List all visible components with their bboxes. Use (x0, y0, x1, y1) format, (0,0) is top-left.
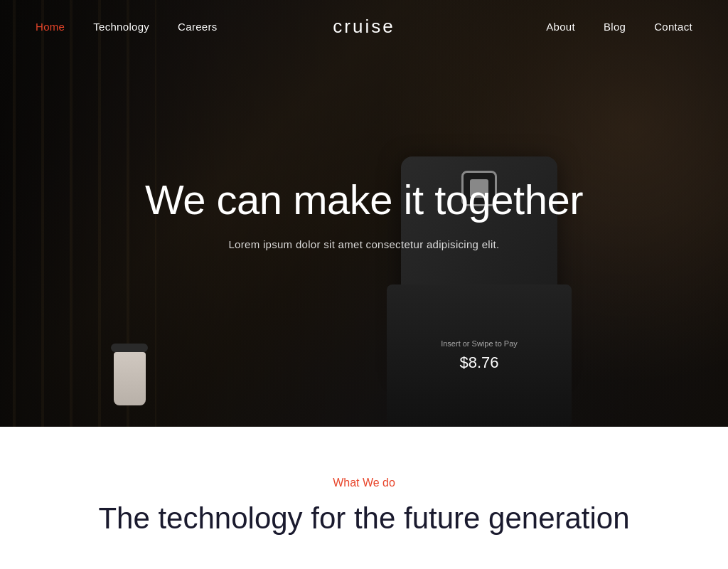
nav-link-home[interactable]: Home (36, 21, 65, 33)
coffee-cup-lid (111, 344, 148, 352)
nav-right-links: About Blog Contact (546, 21, 692, 33)
nav-link-contact[interactable]: Contact (654, 21, 692, 33)
nav-link-careers[interactable]: Careers (178, 21, 217, 33)
section-title: The technology for the future generation (98, 501, 629, 536)
nav-link-technology[interactable]: Technology (93, 21, 149, 33)
terminal-price-display: $8.76 (459, 353, 498, 372)
what-we-do-section: What We do The technology for the future… (0, 427, 728, 569)
main-nav: Home Technology Careers cruise About Blo… (0, 0, 728, 53)
hero-content: We can make it together Lorem ipsum dolo… (133, 176, 595, 250)
coffee-cup-body (114, 352, 146, 405)
nav-left-links: Home Technology Careers (36, 21, 218, 33)
terminal-instruction-text: Insert or Swipe to Pay (441, 339, 518, 348)
coffee-cup-decoration (110, 341, 149, 405)
hero-subtitle: Lorem ipsum dolor sit amet consectetur a… (133, 238, 595, 250)
hero-title: We can make it together (133, 176, 595, 224)
terminal-screen: Insert or Swipe to Pay $8.76 (387, 284, 572, 427)
nav-link-blog[interactable]: Blog (604, 21, 626, 33)
section-eyebrow: What We do (333, 477, 395, 489)
hero-section: Insert or Swipe to Pay $8.76 Home Techno… (0, 0, 728, 427)
nav-link-about[interactable]: About (546, 21, 575, 33)
site-logo[interactable]: cruise (333, 16, 395, 38)
